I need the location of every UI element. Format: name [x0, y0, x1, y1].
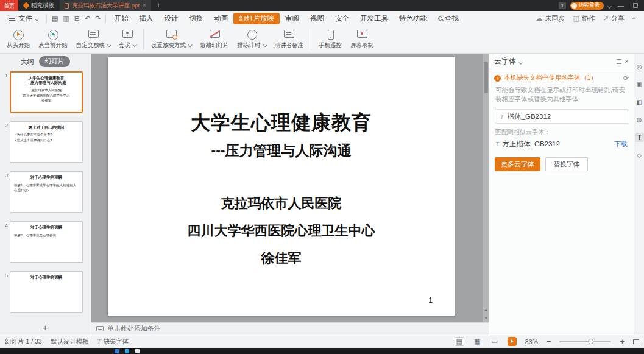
- zoom-slider-handle[interactable]: [588, 339, 593, 344]
- phone-remote-button[interactable]: 手机遥控: [314, 27, 346, 51]
- slide-subtitle[interactable]: ---压力管理与人际沟通: [211, 141, 352, 160]
- file-menu[interactable]: 文件: [4, 14, 44, 23]
- matched-font-row[interactable]: T 方正楷体_GB2312 下载: [489, 138, 634, 150]
- previous-slide-button[interactable]: ▲: [483, 305, 489, 314]
- maximize-button[interactable]: [631, 3, 640, 8]
- menu-item-review[interactable]: 审阅: [280, 13, 305, 24]
- panel-close-icon[interactable]: ×: [625, 58, 629, 65]
- outline-tab[interactable]: 大纲: [21, 57, 34, 66]
- download-link[interactable]: 下载: [614, 140, 628, 149]
- hide-slide-icon: [208, 29, 221, 40]
- template-tab[interactable]: 稻壳模板: [18, 0, 60, 11]
- notification-badge[interactable]: 1: [559, 2, 566, 9]
- popout-icon[interactable]: [617, 59, 621, 64]
- design-template-label[interactable]: 默认设计模板: [51, 338, 89, 346]
- save-icon[interactable]: ▤: [49, 15, 60, 23]
- export-icon[interactable]: ⊟: [72, 15, 82, 23]
- vertical-scrollbar[interactable]: ▲ ▼: [483, 54, 489, 322]
- menu-item-animation[interactable]: 动画: [208, 13, 233, 24]
- missing-fonts-status[interactable]: T 缺失字体: [97, 338, 129, 346]
- slide-number: 5: [2, 271, 10, 313]
- chevron-down-icon[interactable]: [607, 4, 612, 8]
- play-from-start-button[interactable]: 从头开始: [2, 27, 34, 51]
- taskbar-app-icon[interactable]: [125, 349, 129, 353]
- document-tab[interactable]: 克拉玛依石油大学讲座.ppt ×: [60, 0, 151, 11]
- taskbar-app-icon[interactable]: [115, 349, 119, 353]
- menu-item-insert[interactable]: 插入: [133, 13, 158, 24]
- fit-screen-icon[interactable]: [633, 339, 639, 344]
- slide-thumbnail-1-row: 1 大学生心理健康教育 ---压力管理与人际沟通 克拉玛依市人民医院 四川大学华…: [2, 71, 83, 113]
- color-tool-icon[interactable]: ◍: [635, 115, 644, 124]
- play-slideshow-button[interactable]: [508, 337, 517, 346]
- replace-font-button[interactable]: 替换字体: [545, 157, 588, 171]
- login-button[interactable]: 访客登录: [570, 2, 604, 10]
- scrollbar-thumb[interactable]: [484, 62, 488, 93]
- home-button[interactable]: 首页: [0, 0, 18, 11]
- shapes-tool-icon[interactable]: ◧: [635, 97, 644, 107]
- collaborate-button[interactable]: ◫ 协作: [573, 14, 595, 23]
- sync-status[interactable]: ☁ 未同步: [536, 14, 565, 23]
- slides-tab[interactable]: 幻灯片: [39, 56, 71, 67]
- menu-item-start[interactable]: 开始: [108, 13, 133, 24]
- collapse-ribbon-icon[interactable]: [632, 17, 636, 21]
- menu-item-devtools[interactable]: 开发工具: [355, 13, 394, 24]
- menu-item-features[interactable]: 特色功能: [394, 13, 433, 24]
- slide-text-line[interactable]: 徐佳军: [261, 249, 302, 267]
- menu-item-transition[interactable]: 切换: [183, 13, 208, 24]
- print-icon[interactable]: ▥: [60, 15, 71, 23]
- slide-thumbnail[interactable]: 对于心理学的误解: [10, 271, 83, 313]
- zoom-slider[interactable]: [559, 341, 611, 342]
- slide-thumbnail[interactable]: 两个对于自己的提问 • 为什么要在乎这个世界? • 想从这个世界得到什么?: [10, 121, 83, 163]
- effects-tool-icon[interactable]: ◇: [635, 150, 644, 160]
- slide-thumbnail[interactable]: 对于心理学的误解 误解2：心理学就是心理咨询: [10, 221, 83, 263]
- zoom-level: 83%: [525, 338, 538, 345]
- slide-text-line[interactable]: 克拉玛依市人民医院: [221, 194, 342, 213]
- divider: [46, 14, 47, 23]
- slide-thumbnail[interactable]: 对于心理学的误解 误解1：心理学家或学心理学的人知道别人在想什么?: [10, 171, 83, 213]
- slide-canvas[interactable]: 大学生心理健康教育 ---压力管理与人际沟通 克拉玛依市人民医院 四川大学华西医…: [91, 54, 489, 322]
- zoom-in-button[interactable]: +: [620, 338, 625, 345]
- panel-chevron-icon[interactable]: [518, 60, 523, 64]
- tab-close-icon[interactable]: ×: [143, 2, 146, 9]
- missing-font-select[interactable]: T 楷体_GB2312: [495, 109, 628, 124]
- meeting-button[interactable]: 会议: [115, 27, 140, 51]
- normal-view-button[interactable]: ▤: [455, 337, 464, 346]
- reading-view-button[interactable]: ▭: [490, 338, 498, 345]
- notes-bar[interactable]: 单击此处添加备注: [91, 322, 489, 335]
- slide-thumbnail[interactable]: 大学生心理健康教育 ---压力管理与人际沟通 克拉玛依市人民医院 四川大学华西医…: [10, 71, 83, 113]
- style-tool-icon[interactable]: ▣: [635, 80, 644, 89]
- find-tool-icon[interactable]: ◎: [635, 62, 644, 71]
- slide[interactable]: 大学生心理健康教育 ---压力管理与人际沟通 克拉玛依市人民医院 四川大学华西医…: [108, 57, 455, 316]
- slide-sorter-view-button[interactable]: ▦: [473, 338, 481, 345]
- zoom-out-button[interactable]: −: [547, 338, 551, 345]
- next-slide-button[interactable]: ▼: [483, 314, 489, 322]
- custom-slideshow-button[interactable]: 自定义放映: [72, 27, 115, 51]
- slideshow-settings-button[interactable]: 设置放映方式: [147, 27, 196, 51]
- search-button[interactable]: 查找: [433, 13, 464, 24]
- new-tab-button[interactable]: +: [151, 0, 166, 11]
- share-icon: ↗: [603, 15, 609, 23]
- minimize-button[interactable]: —: [615, 2, 626, 9]
- wps-presentation-window: 首页 稻壳模板 克拉玛依石油大学讲座.ppt × + 1 访客登录 — 文件: [0, 0, 644, 354]
- slide-title[interactable]: 大学生心理健康教育: [191, 110, 372, 136]
- taskbar-app-icon[interactable]: [135, 349, 140, 353]
- add-slide-button[interactable]: +: [43, 322, 48, 333]
- refresh-icon[interactable]: ⟳: [623, 74, 629, 82]
- slide-text-line[interactable]: 四川大学华西医院心理卫生中心: [188, 222, 375, 240]
- more-cloud-fonts-button[interactable]: 更多云字体: [495, 157, 540, 171]
- speaker-notes-button[interactable]: 演讲者备注: [271, 27, 308, 51]
- menu-item-design[interactable]: 设计: [158, 13, 183, 24]
- menu-item-security[interactable]: 安全: [330, 13, 355, 24]
- hide-slide-button[interactable]: 隐藏幻灯片: [196, 27, 233, 51]
- text-tool-icon[interactable]: T: [635, 133, 644, 142]
- undo-icon[interactable]: ↶: [82, 15, 93, 23]
- menu-item-slideshow[interactable]: 幻灯片放映: [233, 13, 280, 24]
- rehearse-timing-button[interactable]: 排练计时: [233, 27, 271, 51]
- redo-icon[interactable]: ↷: [93, 15, 103, 23]
- menu-item-view[interactable]: 视图: [305, 13, 330, 24]
- share-button[interactable]: ↗ 分享: [603, 14, 625, 23]
- play-from-current-button[interactable]: 从当前开始: [34, 27, 72, 51]
- titlebar: 首页 稻壳模板 克拉玛依石油大学讲座.ppt × + 1 访客登录 —: [0, 0, 644, 11]
- screen-record-button[interactable]: 屏幕录制: [346, 27, 378, 51]
- slide-number: 4: [2, 221, 10, 263]
